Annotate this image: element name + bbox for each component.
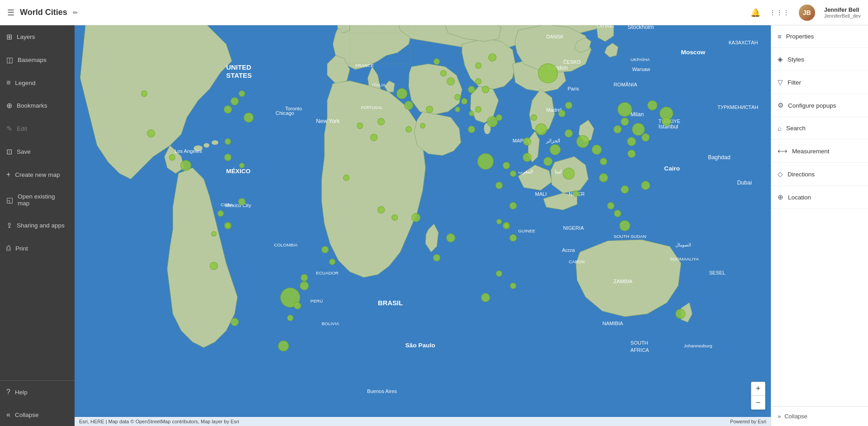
svg-point-2 (204, 143, 209, 147)
right-item-label-search: Search (786, 125, 806, 132)
svg-text:ROMÂNIA: ROMÂNIA (613, 82, 637, 87)
sidebar-item-label-layers: Layers (17, 33, 35, 40)
measurement-icon: ⟷ (778, 147, 788, 155)
bookmarks-icon: ⊕ (6, 101, 12, 110)
svg-text:NIGER: NIGER (569, 191, 585, 197)
right-collapse-label: Collapse (784, 413, 807, 420)
right-item-properties[interactable]: ≡ Properties (771, 25, 868, 48)
sidebar-item-print[interactable]: ⎙ Print (0, 237, 75, 260)
right-item-label-configure-popups: Configure popups (788, 102, 836, 109)
right-item-configure-popups[interactable]: ⚙ Configure popups (771, 94, 868, 117)
edit-title-icon[interactable]: ✏ (73, 9, 78, 16)
properties-icon: ≡ (778, 33, 782, 40)
avatar[interactable]: JB (799, 5, 815, 21)
sidebar-item-save[interactable]: ⊡ Save (0, 140, 75, 163)
bell-icon[interactable]: 🔔 (750, 8, 760, 18)
legend-icon: ≡ (6, 79, 10, 87)
sidebar-item-legend[interactable]: ≡ Legend (0, 71, 75, 94)
right-item-label-styles: Styles (788, 56, 804, 63)
right-item-label-directions: Directions (788, 171, 815, 178)
sidebar-item-label-help: Help (15, 389, 28, 396)
hamburger-icon[interactable]: ☰ (7, 8, 14, 18)
right-collapse-button[interactable]: » Collapse (771, 406, 868, 426)
svg-point-4 (484, 123, 491, 134)
sidebar-item-help[interactable]: ? Help (0, 381, 75, 403)
svg-text:Johannesburg: Johannesburg (684, 344, 712, 349)
sidebar-item-collapse[interactable]: « Collapse (0, 403, 75, 426)
svg-text:MALI: MALI (535, 191, 547, 197)
svg-text:SOUTH SUDAN: SOUTH SUDAN (613, 234, 646, 239)
svg-text:NIGERIA: NIGERIA (563, 225, 584, 231)
right-item-location[interactable]: ⊕ Location (771, 186, 868, 209)
sidebar-item-label-print: Print (15, 245, 28, 252)
topbar-left: ☰ World Cities ✏ (7, 8, 78, 18)
svg-text:ITALIA: ITALIA (372, 82, 386, 87)
layers-icon: ⊞ (6, 33, 12, 41)
svg-text:PERÚ: PERÚ (311, 298, 323, 303)
search-icon: ⌕ (778, 124, 782, 132)
basemaps-icon: ◫ (6, 56, 13, 64)
topbar-right: 🔔 ⋮⋮⋮ JB Jennifer Bell JenniferBell_dev (750, 5, 861, 21)
sidebar-item-label-sharing-and-apps: Sharing and apps (17, 222, 65, 229)
svg-text:LATVIJA: LATVIJA (597, 25, 614, 28)
svg-text:Milan: Milan (631, 111, 644, 118)
svg-text:Chicago: Chicago (276, 110, 294, 116)
svg-text:Buenos Aires: Buenos Aires (367, 388, 397, 394)
svg-text:SESEL: SESEL (709, 270, 725, 275)
zoom-out-button[interactable]: − (751, 396, 765, 409)
sidebar-item-edit: ✎ Edit (0, 117, 75, 140)
attribution-text: Esri, HERE | Map data © OpenStreetMap co… (79, 419, 239, 424)
svg-text:UKPAÏHA: UKPAÏHA (631, 57, 650, 62)
sidebar-item-label-create-new-map: Create new map (15, 171, 60, 178)
zoom-controls: + − (751, 382, 765, 410)
right-item-directions[interactable]: ◇ Directions (771, 163, 868, 186)
svg-text:London: London (549, 65, 567, 71)
map-container[interactable]: UNITED STATES MÉXICO BRASIL FRANCE ČESKO… (75, 25, 771, 426)
svg-text:Cairo: Cairo (664, 165, 680, 172)
sidebar-item-label-legend: Legend (15, 80, 35, 86)
sidebar-item-sharing-and-apps[interactable]: ⇪ Sharing and apps (0, 214, 75, 237)
svg-text:São Paulo: São Paulo (406, 342, 435, 349)
svg-text:COLOMBIA: COLOMBIA (274, 242, 298, 247)
grid-icon[interactable]: ⋮⋮⋮ (769, 9, 790, 16)
styles-icon: ◈ (778, 55, 783, 63)
svg-text:DANSK: DANSK (546, 34, 564, 39)
map-attribution: Esri, HERE | Map data © OpenStreetMap co… (75, 417, 771, 426)
svg-text:ТУРКМЕНИСТАН: ТУРКМЕНИСТАН (717, 104, 758, 110)
user-name: Jennifer Bell (824, 6, 861, 13)
sidebar-item-basemaps[interactable]: ◫ Basemaps (0, 48, 75, 71)
user-info: Jennifer Bell JenniferBell_dev (824, 6, 861, 19)
edit-icon: ✎ (6, 124, 12, 133)
sidebar-item-open-existing-map[interactable]: ◱ Open existing map (0, 186, 75, 214)
main-area: ⊞ Layers ◫ Basemaps ≡ Legend ⊕ Bookmarks… (0, 25, 868, 426)
right-item-label-location: Location (788, 194, 811, 201)
svg-text:المغرب: المغرب (518, 169, 533, 175)
print-icon: ⎙ (6, 244, 11, 252)
svg-text:AFRICA: AFRICA (631, 347, 649, 353)
sidebar-item-label-collapse: Collapse (15, 412, 39, 418)
zoom-in-button[interactable]: + (751, 382, 765, 396)
open-existing-map-icon: ◱ (6, 196, 13, 204)
location-icon: ⊕ (778, 193, 783, 201)
svg-text:Istanbul: Istanbul (659, 123, 678, 130)
svg-text:ČESKO: ČESKO (563, 59, 580, 65)
svg-text:الجزائر: الجزائر (546, 138, 560, 144)
collapse-icon: « (6, 411, 10, 419)
right-item-filter[interactable]: ▽ Filter (771, 71, 868, 94)
svg-text:UNITED: UNITED (226, 64, 251, 71)
sidebar-item-create-new-map[interactable]: + Create new map (0, 163, 75, 186)
right-item-measurement[interactable]: ⟷ Measurement (771, 140, 868, 163)
svg-text:Baghdad: Baghdad (708, 154, 731, 161)
sidebar-item-bookmarks[interactable]: ⊕ Bookmarks (0, 94, 75, 117)
sharing-and-apps-icon: ⇪ (6, 221, 12, 230)
svg-text:ليبيا: ليبيا (555, 169, 561, 175)
right-item-styles[interactable]: ◈ Styles (771, 48, 868, 71)
sidebar-item-layers[interactable]: ⊞ Layers (0, 25, 75, 48)
right-item-search[interactable]: ⌕ Search (771, 117, 868, 140)
svg-text:New York: New York (316, 118, 340, 124)
sidebar-item-label-bookmarks: Bookmarks (17, 102, 47, 109)
left-sidebar: ⊞ Layers ◫ Basemaps ≡ Legend ⊕ Bookmarks… (0, 25, 75, 426)
svg-text:Paris: Paris (567, 86, 579, 91)
svg-text:MÉXICO: MÉXICO (226, 168, 250, 175)
sidebar-item-label-basemaps: Basemaps (18, 57, 47, 63)
